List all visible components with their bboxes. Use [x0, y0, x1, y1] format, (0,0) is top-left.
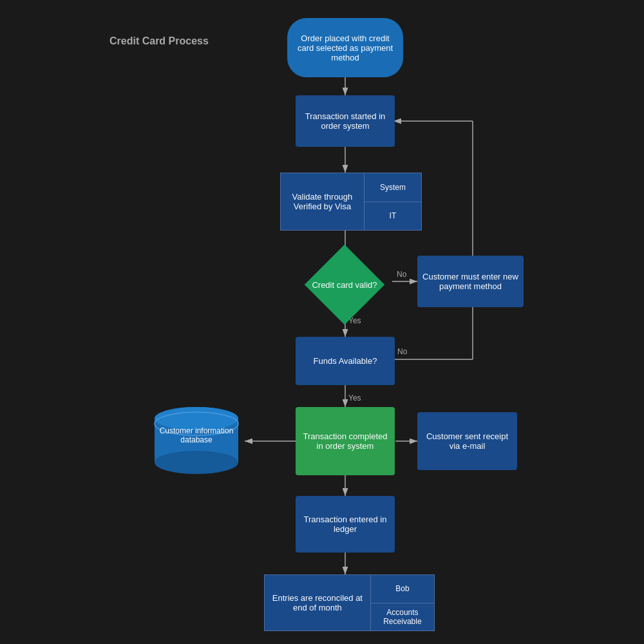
svg-point-21: [155, 451, 238, 474]
reconcile-lane2: Accounts Receivable: [371, 603, 434, 631]
receipt-node: Customer sent receipt via e-mail: [417, 412, 517, 470]
svg-text:Yes: Yes: [348, 393, 361, 402]
customer-db-node: Customer information database: [148, 407, 245, 475]
funds-available-node: Funds Available?: [296, 337, 395, 385]
reconcile-node: Entries are reconciled at end of month B…: [264, 574, 435, 631]
transaction-complete-node: Transaction completed in order system: [296, 407, 395, 475]
credit-valid-diamond: Credit card valid?: [303, 256, 386, 313]
validate-label: Validate through Verified by Visa: [281, 173, 364, 230]
svg-text:No: No: [397, 270, 407, 279]
credit-valid-label: Credit card valid?: [312, 280, 377, 290]
start-node: Order placed with credit card selected a…: [287, 18, 403, 77]
customer-db-label: Customer information database: [148, 426, 245, 444]
validate-node: Validate through Verified by Visa System…: [280, 173, 422, 231]
validate-lane1: System: [365, 173, 421, 202]
transaction-start-node: Transaction started in order system: [296, 95, 395, 147]
reconcile-lane1: Bob: [371, 575, 434, 603]
diagram-title: Credit Card Process: [109, 35, 209, 47]
ledger-node: Transaction entered in ledger: [296, 496, 395, 553]
validate-lane2: IT: [365, 202, 421, 231]
svg-text:No: No: [397, 347, 408, 356]
reconcile-label: Entries are reconciled at end of month: [265, 575, 370, 630]
new-payment-node: Customer must enter new payment method: [417, 256, 524, 307]
